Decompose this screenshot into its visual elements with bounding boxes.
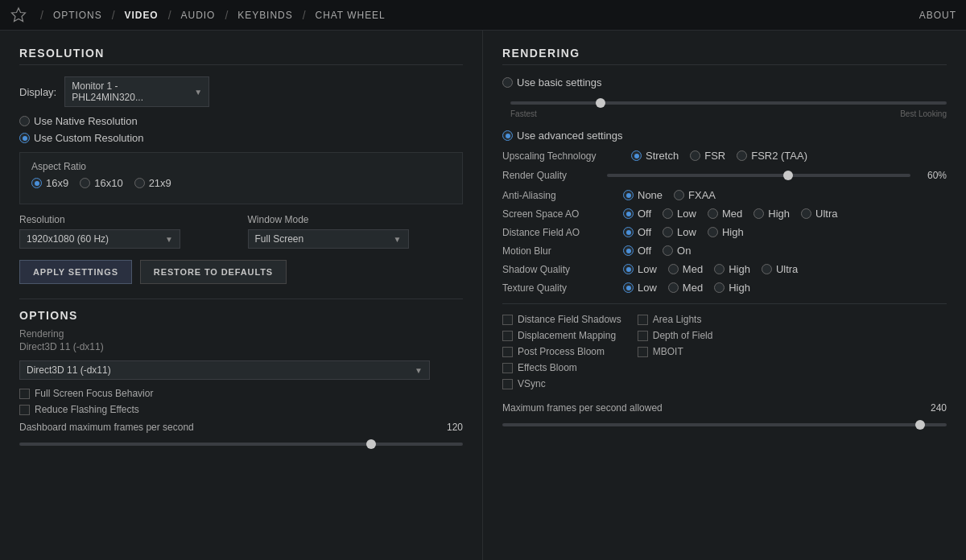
effects-bloom-option[interactable]: Effects Bloom xyxy=(502,362,621,373)
fullscreen-focus-checkbox[interactable] xyxy=(19,389,30,399)
post-process-bloom-option[interactable]: Post Process Bloom xyxy=(502,346,621,357)
upscaling-label: Upscaling Technology xyxy=(502,150,623,162)
mb-off[interactable]: Off xyxy=(623,245,651,257)
post-process-bloom-checkbox[interactable] xyxy=(502,347,513,357)
vsync-checkbox[interactable] xyxy=(502,379,513,389)
dashboard-fps-slider[interactable] xyxy=(19,443,463,446)
nav-item-video[interactable]: VIDEO xyxy=(120,10,163,21)
tq-med-radio[interactable] xyxy=(668,282,679,293)
depth-of-field-checkbox[interactable] xyxy=(638,331,648,341)
tq-low-radio[interactable] xyxy=(623,282,634,293)
restore-defaults-button[interactable]: RESTORE TO DEFAULTS xyxy=(140,260,287,284)
native-resolution-radio[interactable] xyxy=(19,116,30,126)
sq-ultra[interactable]: Ultra xyxy=(762,263,798,275)
aa-none-radio[interactable] xyxy=(623,190,634,200)
displacement-mapping-checkbox[interactable] xyxy=(502,331,513,341)
nav-item-chat-wheel[interactable]: CHAT WHEEL xyxy=(311,10,390,21)
rendering-dropdown-arrow: ▼ xyxy=(415,366,423,375)
reduce-flashing-option[interactable]: Reduce Flashing Effects xyxy=(19,404,463,415)
fullscreen-focus-option[interactable]: Full Screen Focus Behavior xyxy=(19,388,463,399)
sq-high-radio[interactable] xyxy=(714,264,724,274)
distance-field-shadows-checkbox[interactable] xyxy=(502,315,513,325)
aa-fxaa-radio[interactable] xyxy=(674,190,684,200)
ssao-med-radio[interactable] xyxy=(708,208,718,219)
distance-field-shadows-option[interactable]: Distance Field Shadows xyxy=(502,314,621,325)
mboit-option[interactable]: MBOIT xyxy=(638,346,713,357)
aa-none[interactable]: None xyxy=(623,189,663,201)
display-dropdown[interactable]: Monitor 1 - PHL24MIN320... ▼ xyxy=(64,76,209,107)
dfao-low[interactable]: Low xyxy=(663,226,696,238)
aspect-16x9-radio[interactable] xyxy=(31,178,42,188)
tq-high-radio[interactable] xyxy=(714,282,724,293)
mboit-checkbox[interactable] xyxy=(638,347,648,357)
max-fps-slider[interactable] xyxy=(502,423,947,426)
sq-med-radio[interactable] xyxy=(668,264,679,274)
ssao-high[interactable]: High xyxy=(753,208,790,220)
advanced-settings-option[interactable]: Use advanced settings xyxy=(502,130,947,142)
ssao-med[interactable]: Med xyxy=(708,208,742,220)
custom-resolution-radio[interactable] xyxy=(19,133,30,143)
ssao-off-radio[interactable] xyxy=(623,208,634,219)
upscaling-fsr-radio[interactable] xyxy=(690,150,700,161)
effects-bloom-checkbox[interactable] xyxy=(502,363,513,373)
dfao-off[interactable]: Off xyxy=(623,226,651,238)
ssao-high-radio[interactable] xyxy=(753,208,764,219)
display-dropdown-value: Monitor 1 - PHL24MIN320... xyxy=(72,80,188,103)
aspect-16x10[interactable]: 16x10 xyxy=(80,177,122,189)
upscaling-stretch-radio[interactable] xyxy=(631,150,642,161)
upscaling-fsr[interactable]: FSR xyxy=(690,150,725,162)
ssao-low[interactable]: Low xyxy=(663,208,696,220)
aspect-21x9[interactable]: 21x9 xyxy=(134,177,171,189)
displacement-mapping-option[interactable]: Displacement Mapping xyxy=(502,330,621,341)
native-resolution-option[interactable]: Use Native Resolution xyxy=(19,115,138,127)
upscaling-fsr2[interactable]: FSR2 (TAA) xyxy=(737,150,807,162)
basic-settings-option[interactable]: Use basic settings xyxy=(502,76,947,89)
sq-ultra-radio[interactable] xyxy=(762,264,772,274)
basic-quality-slider[interactable] xyxy=(510,101,947,105)
mb-off-radio[interactable] xyxy=(623,245,634,256)
area-lights-checkbox[interactable] xyxy=(638,315,648,325)
depth-of-field-label: Depth of Field xyxy=(653,330,713,341)
motion-blur-group: Off On xyxy=(623,245,691,257)
dfao-off-radio[interactable] xyxy=(623,227,634,237)
resolution-dropdown[interactable]: 1920x1080 (60 Hz) ▼ xyxy=(19,229,180,249)
sq-low[interactable]: Low xyxy=(623,263,657,275)
aspect-16x9[interactable]: 16x9 xyxy=(31,177,68,189)
sq-high[interactable]: High xyxy=(714,263,750,275)
nav-item-audio[interactable]: AUDIO xyxy=(176,10,221,21)
apply-settings-button[interactable]: APPLY SETTINGS xyxy=(19,260,132,284)
ssao-ultra-radio[interactable] xyxy=(801,208,811,219)
aa-fxaa[interactable]: FXAA xyxy=(674,189,716,201)
ssao-off[interactable]: Off xyxy=(623,208,651,220)
render-quality-slider[interactable] xyxy=(607,174,910,177)
rendering-dropdown[interactable]: Direct3D 11 (-dx11) ▼ xyxy=(19,360,430,380)
mb-on[interactable]: On xyxy=(663,245,691,257)
window-mode-dropdown[interactable]: Full Screen ▼ xyxy=(248,229,409,249)
tq-low[interactable]: Low xyxy=(623,282,657,294)
nav-item-options[interactable]: OPTIONS xyxy=(48,10,107,21)
depth-of-field-option[interactable]: Depth of Field xyxy=(638,330,713,341)
aspect-16x10-radio[interactable] xyxy=(80,178,90,188)
ssao-low-radio[interactable] xyxy=(663,208,673,219)
basic-settings-radio[interactable] xyxy=(502,77,513,88)
advanced-settings-radio[interactable] xyxy=(502,130,513,141)
nav-about[interactable]: ABOUT xyxy=(919,10,956,21)
reduce-flashing-checkbox[interactable] xyxy=(19,405,30,415)
dfao-high[interactable]: High xyxy=(708,226,744,238)
mb-on-radio[interactable] xyxy=(663,245,673,256)
sq-low-radio[interactable] xyxy=(623,264,634,274)
upscaling-stretch[interactable]: Stretch xyxy=(631,150,679,162)
dfao-low-radio[interactable] xyxy=(663,227,673,237)
nav-item-keybinds[interactable]: KEYBINDS xyxy=(233,10,297,21)
upscaling-fsr2-radio[interactable] xyxy=(737,150,747,161)
vsync-option[interactable]: VSync xyxy=(502,378,621,389)
tq-high[interactable]: High xyxy=(714,282,750,294)
aspect-21x9-radio[interactable] xyxy=(134,178,145,188)
ssao-ultra[interactable]: Ultra xyxy=(801,208,837,220)
resolution-value: 1920x1080 (60 Hz) xyxy=(27,233,109,245)
sq-med[interactable]: Med xyxy=(668,263,703,275)
tq-med[interactable]: Med xyxy=(668,282,703,294)
dfao-high-radio[interactable] xyxy=(708,227,718,237)
area-lights-option[interactable]: Area Lights xyxy=(638,314,713,325)
custom-resolution-option[interactable]: Use Custom Resolution xyxy=(19,132,144,144)
